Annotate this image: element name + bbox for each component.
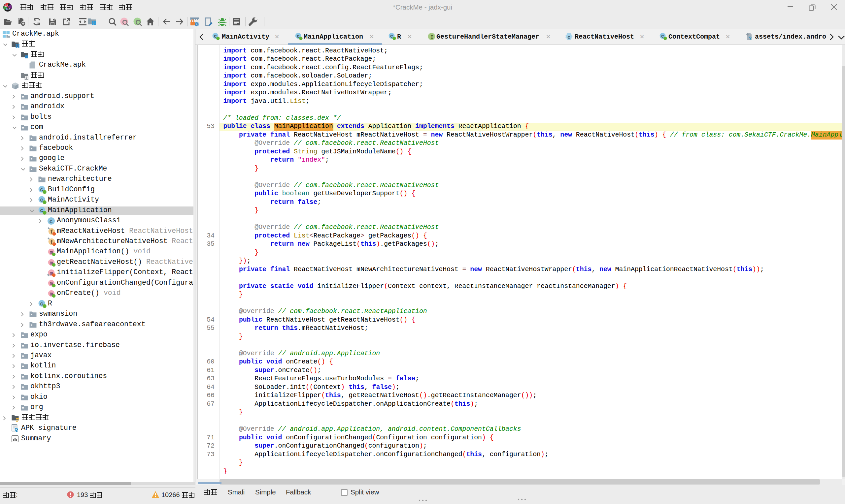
svg-text:I: I [430, 34, 434, 40]
svg-text:JA: JA [5, 4, 8, 7]
svg-text:?: ? [749, 35, 752, 40]
svg-text:c: c [50, 219, 53, 225]
svg-text:c: c [567, 34, 570, 40]
svg-text:DX: DX [6, 7, 11, 11]
